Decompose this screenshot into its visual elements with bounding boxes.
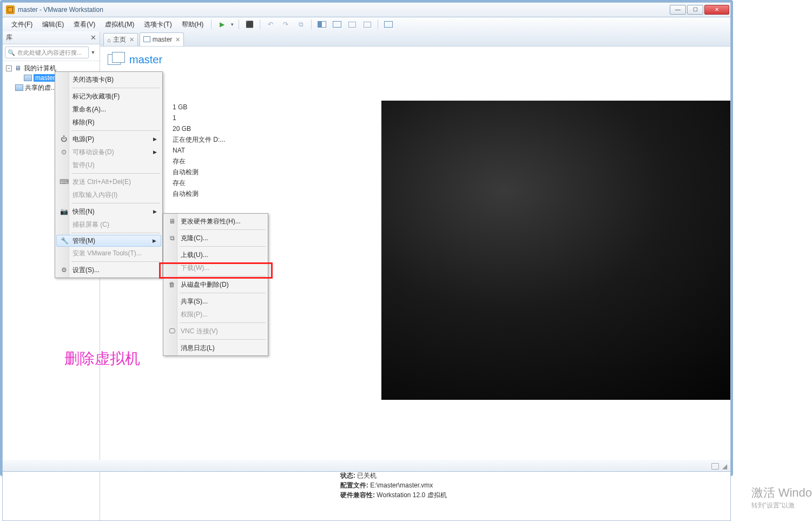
separator [180,229,266,230]
computer-icon: 🖥 [14,64,22,72]
vm-title: master [129,54,162,66]
cm-share[interactable]: 共享(S)... [164,295,267,308]
watermark-line1: 激活 Windo [751,485,812,501]
menu-tabs[interactable]: 选项卡(T) [140,18,176,31]
status-tray: ◢ [711,463,727,470]
cm-snapshot[interactable]: 📷快照(N)▶ [56,205,161,218]
snapshot-back-icon: ↶ [263,18,278,30]
info-auto1: 自动检测 [173,168,199,177]
separator [71,233,160,233]
power-dropdown[interactable]: ▼ [230,22,235,27]
separator [71,173,160,174]
cm-clone[interactable]: ⧉克隆(C)... [164,232,267,245]
delete-icon: 🗑 [168,280,176,289]
menu-help[interactable]: 帮助(H) [177,18,208,31]
search-row: 🔍 在此处键入内容进行搜... ▼ [3,44,100,61]
config-value: E:\master\master.vmx [370,482,433,489]
cm-removable-devices: ⊙可移动设备(D)▶ [56,146,161,159]
cm-permissions: 权限(P)... [164,308,267,321]
submenu-arrow-icon: ▶ [153,149,157,155]
separator [311,19,312,29]
vm-large-icon [108,52,125,67]
cm-change-hw[interactable]: 🖥更改硬件兼容性(H)... [164,215,267,228]
info-network: NAT [173,147,185,154]
view-console-icon[interactable] [315,18,329,30]
cm-delete-from-disk[interactable]: 🗑从磁盘中删除(D) [164,278,267,291]
window-title: master - VMware Workstation [18,6,103,14]
separator [180,276,266,276]
collapse-icon[interactable]: − [6,65,12,71]
tray-icon [711,463,719,470]
title-bar: master - VMware Workstation — ☐ ✕ [2,2,731,17]
sidebar-title: 库 [6,33,12,42]
minimize-button[interactable]: — [670,5,686,15]
search-input[interactable]: 🔍 在此处键入内容进行搜... [5,47,89,58]
cm-remove[interactable]: 移除(R) [56,116,161,129]
library-icon[interactable] [381,18,395,30]
sidebar-header: 库 ✕ [3,31,100,44]
cm-power[interactable]: ⏻电源(P)▶ [56,133,161,146]
info-using-file: 正在使用文件 D:... [173,135,225,144]
window-controls: — ☐ ✕ [670,5,730,15]
menu-bar: 文件(F) 编辑(E) 查看(V) 虚拟机(M) 选项卡(T) 帮助(H) ▶ … [2,17,731,31]
separator [260,19,260,29]
tab-master[interactable]: master ✕ [140,32,184,46]
app-icon [6,5,15,14]
snapshot-fwd-icon: ↷ [279,18,293,30]
menu-view[interactable]: 查看(V) [69,18,100,31]
separator [211,19,212,29]
resize-grip-icon[interactable]: ◢ [722,463,727,470]
info-cpu: 1 [173,114,176,122]
cm-rename[interactable]: 重命名(A)... [56,103,161,116]
shared-icon [15,84,23,91]
cm-message-log[interactable]: 消息日志(L) [164,341,267,354]
snapshot-icon: 📷 [60,207,68,216]
power-on-button[interactable]: ▶ [215,18,229,30]
submenu-arrow-icon: ▶ [153,209,157,214]
separator [180,293,266,293]
submenu-arrow-icon: ▶ [153,136,157,142]
search-placeholder: 在此处键入内容进行搜... [17,49,82,57]
vm-icon [23,74,32,82]
search-icon: 🔍 [8,49,15,56]
tree-shared-label: 共享的虚... [25,83,56,93]
cm-settings[interactable]: ⚙设置(S)... [56,263,161,276]
tree-vm-label: master [34,74,57,82]
separator [71,130,160,131]
search-dropdown-icon[interactable]: ▼ [89,50,97,55]
close-button[interactable]: ✕ [704,5,729,15]
sidebar-close-icon[interactable]: ✕ [90,34,96,42]
cm-vnc: 🖵VNC 连接(V) [164,325,267,338]
submenu-arrow-icon: ▶ [153,238,156,243]
snapshot-manager-icon: ⧉ [294,18,308,30]
tab-home[interactable]: ⌂ 主页 ✕ [103,33,138,46]
menu-edit[interactable]: 编辑(E) [38,18,68,31]
menu-file[interactable]: 文件(F) [7,18,37,31]
menu-vm[interactable]: 虚拟机(M) [101,18,138,31]
separator [180,322,266,323]
tab-close-icon[interactable]: ✕ [129,36,134,43]
hw-value: Workstation 12.0 虚拟机 [377,491,446,499]
cm-manage[interactable]: 🔧管理(M)▶ [56,235,161,247]
separator [180,339,266,340]
cm-install-tools: 安装 VMware Tools(T)... [56,247,161,260]
power-icon: ⏻ [60,135,68,143]
separator [71,261,160,262]
cm-mark-favorite[interactable]: 标记为收藏项(F) [56,90,161,103]
cm-capture-screen: 捕获屏幕 (C) [56,218,161,231]
hardware-icon: 🖥 [168,217,176,226]
fullscreen-icon[interactable] [345,18,359,30]
info-auto2: 自动检测 [173,189,199,199]
vnc-icon: 🖵 [168,327,176,335]
config-label: 配置文件: [340,482,368,489]
maximize-button[interactable]: ☐ [687,5,703,15]
context-menu-vm: 关闭选项卡(B) 标记为收藏项(F) 重命名(A)... 移除(R) ⏻电源(P… [55,71,163,278]
cm-close-tab[interactable]: 关闭选项卡(B) [56,73,161,86]
windows-activation-watermark: 激活 Windo 转到"设置"以激 [751,485,812,510]
cm-upload[interactable]: 上载(U)... [164,248,267,261]
view-thumbnail-icon[interactable] [330,18,344,30]
tab-close-icon[interactable]: ✕ [175,36,180,43]
gear-icon: ⚙ [60,266,68,274]
separator [180,246,266,247]
status-value: 已关机 [357,472,377,479]
